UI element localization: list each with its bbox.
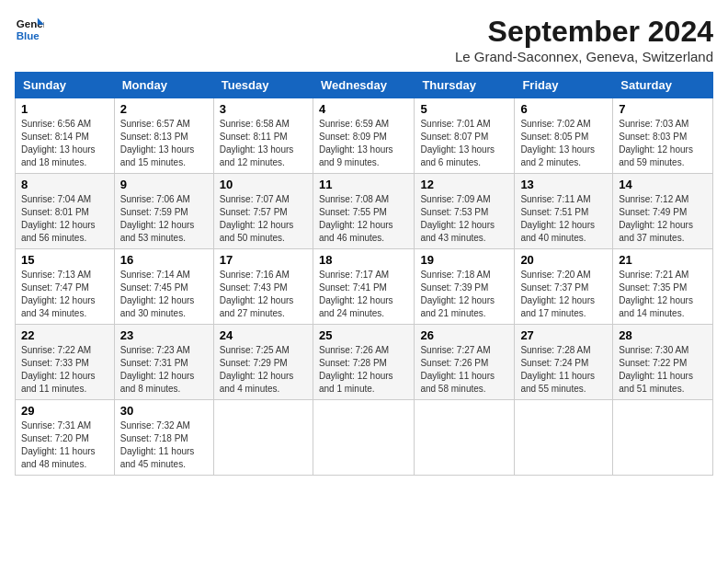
day-info: Sunrise: 7:16 AMSunset: 7:43 PMDaylight:… — [220, 269, 307, 320]
week-row-1: 1Sunrise: 6:56 AMSunset: 8:14 PMDaylight… — [16, 98, 713, 174]
day-cell: 10Sunrise: 7:07 AMSunset: 7:57 PMDayligh… — [213, 174, 313, 249]
day-info: Sunrise: 7:06 AMSunset: 7:59 PMDaylight:… — [120, 193, 208, 245]
day-info: Sunrise: 7:03 AMSunset: 8:03 PMDaylight:… — [619, 118, 707, 169]
day-info: Sunrise: 7:01 AMSunset: 8:07 PMDaylight:… — [420, 118, 508, 169]
day-cell: 7Sunrise: 7:03 AMSunset: 8:03 PMDaylight… — [613, 98, 713, 174]
day-info: Sunrise: 7:11 AMSunset: 7:51 PMDaylight:… — [520, 193, 607, 245]
day-cell — [415, 400, 515, 476]
day-number: 10 — [220, 178, 307, 191]
day-cell: 29Sunrise: 7:31 AMSunset: 7:20 PMDayligh… — [16, 400, 115, 476]
day-number: 12 — [420, 178, 508, 191]
day-number: 18 — [319, 253, 408, 267]
day-cell: 1Sunrise: 6:56 AMSunset: 8:14 PMDaylight… — [16, 98, 115, 174]
day-cell: 20Sunrise: 7:20 AMSunset: 7:37 PMDayligh… — [515, 249, 613, 325]
day-info: Sunrise: 7:08 AMSunset: 7:55 PMDaylight:… — [319, 193, 408, 245]
day-info: Sunrise: 7:07 AMSunset: 7:57 PMDaylight:… — [220, 193, 307, 245]
day-cell — [515, 400, 613, 476]
header: General Blue September 2024 Le Grand-Sac… — [15, 15, 713, 64]
day-header-thursday: Thursday — [415, 73, 515, 98]
day-cell — [213, 400, 313, 476]
day-number: 17 — [220, 253, 307, 267]
day-info: Sunrise: 6:56 AMSunset: 8:14 PMDaylight:… — [21, 118, 108, 169]
day-number: 4 — [319, 102, 408, 116]
day-cell: 14Sunrise: 7:12 AMSunset: 7:49 PMDayligh… — [613, 174, 713, 249]
day-info: Sunrise: 7:28 AMSunset: 7:24 PMDaylight:… — [520, 344, 607, 396]
day-cell — [613, 400, 713, 476]
day-info: Sunrise: 7:14 AMSunset: 7:45 PMDaylight:… — [120, 269, 208, 320]
week-row-3: 15Sunrise: 7:13 AMSunset: 7:47 PMDayligh… — [16, 249, 713, 325]
day-cell: 6Sunrise: 7:02 AMSunset: 8:05 PMDaylight… — [515, 98, 613, 174]
day-cell: 16Sunrise: 7:14 AMSunset: 7:45 PMDayligh… — [114, 249, 213, 325]
week-row-2: 8Sunrise: 7:04 AMSunset: 8:01 PMDaylight… — [16, 174, 713, 249]
day-cell: 11Sunrise: 7:08 AMSunset: 7:55 PMDayligh… — [313, 174, 414, 249]
day-info: Sunrise: 6:59 AMSunset: 8:09 PMDaylight:… — [319, 118, 408, 169]
day-header-sunday: Sunday — [16, 73, 115, 98]
day-header-saturday: Saturday — [613, 73, 713, 98]
day-cell: 19Sunrise: 7:18 AMSunset: 7:39 PMDayligh… — [415, 249, 515, 325]
day-info: Sunrise: 7:25 AMSunset: 7:29 PMDaylight:… — [220, 344, 307, 396]
day-cell: 3Sunrise: 6:58 AMSunset: 8:11 PMDaylight… — [213, 98, 313, 174]
day-number: 20 — [520, 253, 607, 267]
day-number: 27 — [520, 328, 607, 342]
location-title: Le Grand-Saconnex, Geneva, Switzerland — [455, 49, 713, 64]
day-number: 14 — [619, 178, 707, 191]
day-cell: 9Sunrise: 7:06 AMSunset: 7:59 PMDaylight… — [114, 174, 213, 249]
logo: General Blue — [15, 15, 44, 44]
day-number: 8 — [21, 178, 108, 191]
day-cell: 4Sunrise: 6:59 AMSunset: 8:09 PMDaylight… — [313, 98, 414, 174]
day-number: 19 — [420, 253, 508, 267]
day-number: 23 — [120, 328, 208, 342]
day-info: Sunrise: 7:31 AMSunset: 7:20 PMDaylight:… — [21, 419, 108, 471]
day-number: 26 — [420, 328, 508, 342]
title-area: September 2024 Le Grand-Saconnex, Geneva… — [455, 15, 713, 64]
day-cell: 2Sunrise: 6:57 AMSunset: 8:13 PMDaylight… — [114, 98, 213, 174]
day-info: Sunrise: 7:30 AMSunset: 7:22 PMDaylight:… — [619, 344, 707, 396]
day-cell — [313, 400, 414, 476]
day-cell: 27Sunrise: 7:28 AMSunset: 7:24 PMDayligh… — [515, 325, 613, 400]
day-cell: 30Sunrise: 7:32 AMSunset: 7:18 PMDayligh… — [114, 400, 213, 476]
day-number: 2 — [120, 102, 208, 116]
day-info: Sunrise: 7:20 AMSunset: 7:37 PMDaylight:… — [520, 269, 607, 320]
day-info: Sunrise: 7:09 AMSunset: 7:53 PMDaylight:… — [420, 193, 508, 245]
day-cell: 12Sunrise: 7:09 AMSunset: 7:53 PMDayligh… — [415, 174, 515, 249]
day-cell: 28Sunrise: 7:30 AMSunset: 7:22 PMDayligh… — [613, 325, 713, 400]
day-info: Sunrise: 7:32 AMSunset: 7:18 PMDaylight:… — [120, 419, 208, 471]
day-number: 13 — [520, 178, 607, 191]
day-cell: 13Sunrise: 7:11 AMSunset: 7:51 PMDayligh… — [515, 174, 613, 249]
day-header-monday: Monday — [114, 73, 213, 98]
day-cell: 18Sunrise: 7:17 AMSunset: 7:41 PMDayligh… — [313, 249, 414, 325]
day-number: 28 — [619, 328, 707, 342]
day-info: Sunrise: 7:13 AMSunset: 7:47 PMDaylight:… — [21, 269, 108, 320]
day-info: Sunrise: 7:22 AMSunset: 7:33 PMDaylight:… — [21, 344, 108, 396]
week-row-4: 22Sunrise: 7:22 AMSunset: 7:33 PMDayligh… — [16, 325, 713, 400]
calendar-table: SundayMondayTuesdayWednesdayThursdayFrid… — [15, 72, 713, 476]
day-cell: 8Sunrise: 7:04 AMSunset: 8:01 PMDaylight… — [16, 174, 115, 249]
month-title: September 2024 — [455, 15, 713, 49]
day-info: Sunrise: 7:04 AMSunset: 8:01 PMDaylight:… — [21, 193, 108, 245]
day-number: 1 — [21, 102, 108, 116]
day-number: 16 — [120, 253, 208, 267]
day-info: Sunrise: 7:18 AMSunset: 7:39 PMDaylight:… — [420, 269, 508, 320]
day-number: 21 — [619, 253, 707, 267]
day-info: Sunrise: 7:26 AMSunset: 7:28 PMDaylight:… — [319, 344, 408, 396]
week-row-5: 29Sunrise: 7:31 AMSunset: 7:20 PMDayligh… — [16, 400, 713, 476]
day-header-wednesday: Wednesday — [313, 73, 414, 98]
day-header-friday: Friday — [515, 73, 613, 98]
day-cell: 23Sunrise: 7:23 AMSunset: 7:31 PMDayligh… — [114, 325, 213, 400]
day-number: 7 — [619, 102, 707, 116]
day-number: 25 — [319, 328, 408, 342]
header-row: SundayMondayTuesdayWednesdayThursdayFrid… — [16, 73, 713, 98]
day-cell: 25Sunrise: 7:26 AMSunset: 7:28 PMDayligh… — [313, 325, 414, 400]
day-info: Sunrise: 6:58 AMSunset: 8:11 PMDaylight:… — [220, 118, 307, 169]
day-cell: 24Sunrise: 7:25 AMSunset: 7:29 PMDayligh… — [213, 325, 313, 400]
day-number: 30 — [120, 404, 208, 418]
day-info: Sunrise: 7:02 AMSunset: 8:05 PMDaylight:… — [520, 118, 607, 169]
day-cell: 5Sunrise: 7:01 AMSunset: 8:07 PMDaylight… — [415, 98, 515, 174]
day-number: 6 — [520, 102, 607, 116]
day-info: Sunrise: 7:23 AMSunset: 7:31 PMDaylight:… — [120, 344, 208, 396]
day-number: 5 — [420, 102, 508, 116]
day-info: Sunrise: 7:21 AMSunset: 7:35 PMDaylight:… — [619, 269, 707, 320]
day-header-tuesday: Tuesday — [213, 73, 313, 98]
day-number: 29 — [21, 404, 108, 418]
day-info: Sunrise: 7:27 AMSunset: 7:26 PMDaylight:… — [420, 344, 508, 396]
